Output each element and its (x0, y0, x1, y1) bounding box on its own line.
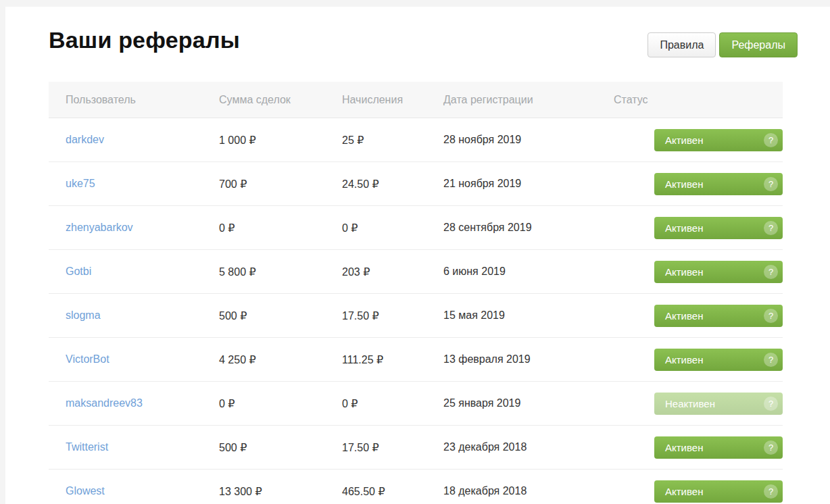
status-badge[interactable]: Активен ? (654, 436, 783, 459)
table-row: Gotbi 5 800 ₽ 203 ₽ 6 июня 2019 Активен … (49, 250, 783, 294)
accruals-value: 25 ₽ (342, 134, 443, 147)
table-row: zhenyabarkov 0 ₽ 0 ₽ 28 сентября 2019 Ак… (49, 206, 783, 250)
table-row: maksandreev83 0 ₽ 0 ₽ 25 января 2019 Неа… (49, 382, 783, 426)
column-header-status: Статус (614, 94, 783, 106)
deals-sum-value: 1 000 ₽ (219, 134, 342, 147)
table-row: uke75 700 ₽ 24.50 ₽ 21 ноября 2019 Актив… (49, 162, 783, 206)
status-help-icon[interactable]: ? (764, 440, 778, 455)
referrals-table: Пользователь Сумма сделок Начисления Дат… (49, 82, 783, 504)
status-label: Активен (665, 222, 703, 234)
reg-date-value: 13 февраля 2019 (443, 353, 614, 366)
table-row: slogma 500 ₽ 17.50 ₽ 15 мая 2019 Активен… (49, 294, 783, 338)
reg-date-value: 28 ноября 2019 (443, 134, 614, 146)
referral-user-link[interactable]: Gotbi (66, 266, 91, 277)
status-badge[interactable]: Активен ? (654, 480, 783, 503)
table-row: darkdev 1 000 ₽ 25 ₽ 28 ноября 2019 Акти… (49, 118, 783, 162)
page-background-strip-top (0, 0, 830, 7)
deals-sum-value: 500 ₽ (219, 441, 342, 454)
deals-sum-value: 4 250 ₽ (219, 353, 342, 366)
deals-sum-value: 13 300 ₽ (219, 485, 342, 498)
status-label: Активен (665, 442, 703, 453)
status-help-icon[interactable]: ? (764, 353, 778, 367)
deals-sum-value: 500 ₽ (219, 309, 342, 322)
accruals-value: 24.50 ₽ (342, 178, 443, 191)
column-header-reg-date: Дата регистрации (443, 94, 614, 106)
status-badge[interactable]: Активен ? (654, 217, 783, 239)
reg-date-value: 6 июня 2019 (443, 266, 614, 278)
status-help-icon[interactable]: ? (764, 484, 778, 499)
referral-user-link[interactable]: VictorBot (66, 353, 109, 365)
status-help-icon[interactable]: ? (764, 221, 778, 235)
referral-user-link[interactable]: darkdev (66, 134, 104, 145)
rules-button[interactable]: Правила (648, 32, 716, 57)
table-row: Glowest 13 300 ₽ 465.50 ₽ 18 декабря 201… (49, 470, 783, 504)
status-label: Активен (665, 134, 703, 146)
accruals-value: 17.50 ₽ (342, 309, 443, 322)
status-help-icon[interactable]: ? (764, 265, 778, 279)
deals-sum-value: 0 ₽ (219, 222, 342, 234)
referrals-button[interactable]: Рефералы (719, 32, 798, 57)
referral-user-link[interactable]: Glowest (66, 485, 105, 497)
page-title: Ваши рефералы (49, 27, 240, 53)
status-badge[interactable]: Неактивен ? (654, 393, 783, 415)
accruals-value: 17.50 ₽ (342, 441, 443, 454)
status-label: Активен (665, 310, 703, 322)
referral-user-link[interactable]: maksandreev83 (66, 397, 143, 409)
column-header-user: Пользователь (66, 94, 219, 106)
accruals-value: 465.50 ₽ (342, 485, 443, 498)
table-header-row: Пользователь Сумма сделок Начисления Дат… (49, 82, 783, 118)
table-body: darkdev 1 000 ₽ 25 ₽ 28 ноября 2019 Акти… (49, 118, 783, 504)
deals-sum-value: 700 ₽ (219, 178, 342, 191)
reg-date-value: 28 сентября 2019 (443, 222, 614, 234)
reg-date-value: 25 января 2019 (443, 397, 614, 409)
status-badge[interactable]: Активен ? (654, 129, 783, 151)
column-header-accruals: Начисления (342, 94, 443, 106)
reg-date-value: 15 мая 2019 (443, 309, 614, 322)
status-label: Активен (665, 266, 703, 278)
accruals-value: 0 ₽ (342, 222, 443, 234)
status-label: Активен (665, 178, 703, 190)
referral-user-link[interactable]: Twitterist (66, 441, 108, 453)
column-header-deals-sum: Сумма сделок (219, 94, 342, 106)
status-badge[interactable]: Активен ? (654, 261, 783, 283)
table-row: Twitterist 500 ₽ 17.50 ₽ 23 декабря 2018… (49, 426, 783, 470)
referral-user-link[interactable]: uke75 (66, 178, 95, 189)
reg-date-value: 23 декабря 2018 (443, 441, 614, 453)
accruals-value: 111.25 ₽ (342, 353, 443, 366)
deals-sum-value: 5 800 ₽ (219, 266, 342, 278)
status-help-icon[interactable]: ? (764, 309, 778, 323)
status-help-icon[interactable]: ? (764, 133, 778, 147)
status-badge[interactable]: Активен ? (654, 173, 783, 195)
status-badge[interactable]: Активен ? (654, 305, 783, 327)
status-badge[interactable]: Активен ? (654, 349, 783, 371)
page-background-strip-left (0, 0, 5, 504)
status-label: Неактивен (665, 398, 715, 409)
table-row: VictorBot 4 250 ₽ 111.25 ₽ 13 февраля 20… (49, 338, 783, 382)
toolbar: Правила Рефералы (648, 32, 798, 57)
accruals-value: 203 ₽ (342, 266, 443, 278)
accruals-value: 0 ₽ (342, 397, 443, 410)
referral-user-link[interactable]: zhenyabarkov (66, 222, 133, 233)
reg-date-value: 18 декабря 2018 (443, 485, 614, 497)
deals-sum-value: 0 ₽ (219, 397, 342, 410)
referral-user-link[interactable]: slogma (66, 309, 101, 321)
status-label: Активен (665, 354, 703, 366)
reg-date-value: 21 ноября 2019 (443, 178, 614, 190)
status-label: Активен (665, 486, 703, 497)
status-help-icon[interactable]: ? (764, 177, 778, 191)
status-help-icon[interactable]: ? (764, 397, 778, 411)
